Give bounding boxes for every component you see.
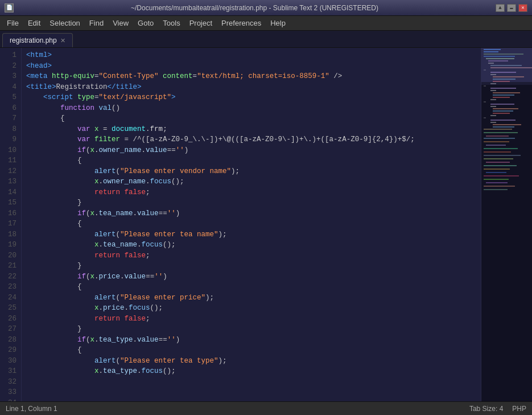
- code-line-11: if(x.owner_name.value==''): [26, 145, 476, 156]
- line-number: 7: [2, 113, 17, 124]
- svg-rect-43: [484, 155, 521, 156]
- minimize-button[interactable]: ▲: [496, 4, 505, 12]
- line-number: 24: [2, 293, 17, 303]
- line-number: 13: [2, 176, 17, 187]
- menu-project[interactable]: Project: [185, 17, 217, 29]
- line-number: 10: [2, 145, 17, 156]
- menu-preferences[interactable]: Preferences: [217, 17, 266, 29]
- svg-rect-40: [486, 145, 506, 146]
- menu-file[interactable]: File: [2, 17, 23, 29]
- line-number: 20: [2, 250, 17, 261]
- app-icon: 📄: [5, 3, 14, 13]
- svg-rect-48: [486, 172, 506, 173]
- tab-label: registration.php: [10, 36, 57, 44]
- line-number: 12: [2, 166, 17, 177]
- line-number: 26: [2, 314, 17, 324]
- line-number: 32: [2, 377, 17, 388]
- window-controls[interactable]: ▲ ▬ ✕: [496, 4, 527, 12]
- svg-rect-49: [484, 175, 519, 176]
- line-number: 15: [2, 198, 17, 208]
- editor-container: 1 2 3 4 5 6 7 8 9 10 11 12 13 14 15 16 1…: [0, 48, 532, 401]
- svg-rect-32: [490, 122, 496, 123]
- menu-find[interactable]: Find: [85, 17, 108, 29]
- menu-goto[interactable]: Goto: [133, 17, 158, 29]
- line-number: 22: [2, 272, 17, 282]
- code-line-9: var filter = /^([a-zA-Z0-9_\.\-])+\@(([a…: [26, 134, 476, 145]
- code-line-28: x.price.focus();: [26, 303, 476, 314]
- menu-tools[interactable]: Tools: [158, 17, 184, 29]
- code-line-25: if(x.price.value==''): [26, 272, 476, 282]
- svg-rect-27: [493, 110, 513, 112]
- line-number: 19: [2, 240, 17, 250]
- svg-rect-45: [486, 162, 510, 163]
- code-line-30: }: [26, 324, 476, 335]
- line-number: 1: [2, 50, 17, 61]
- svg-rect-38: [484, 138, 515, 139]
- svg-rect-53: [484, 189, 508, 190]
- line-number: 33: [2, 387, 17, 398]
- title-bar: 📄 ~/Documents/mumbaiteatrail/registratio…: [0, 0, 532, 16]
- line-number: 5: [2, 92, 17, 103]
- code-line-5: <script type="text/javascript">: [26, 92, 476, 103]
- line-number: 4: [2, 82, 17, 93]
- svg-rect-21: [493, 97, 510, 98]
- svg-rect-18: [490, 90, 496, 91]
- code-line-4: <title>Registration</title>: [26, 82, 476, 93]
- svg-rect-46: [484, 165, 517, 166]
- line-number: 18: [2, 229, 17, 240]
- code-line-29: return false;: [26, 314, 476, 324]
- svg-rect-24: [490, 104, 514, 105]
- line-number: 3: [2, 71, 17, 82]
- svg-rect-54: [481, 48, 532, 85]
- line-number: 27: [2, 324, 17, 335]
- menu-bar: File Edit Selection Find View Goto Tools…: [0, 16, 532, 31]
- line-number: 16: [2, 208, 17, 219]
- code-line-20: alert("Please enter tea name");: [26, 229, 476, 240]
- status-bar: Line 1, Column 1 Tab Size: 4 PHP: [0, 401, 532, 415]
- line-number: 28: [2, 335, 17, 346]
- menu-selection[interactable]: Selection: [45, 17, 84, 29]
- svg-rect-28: [493, 113, 510, 114]
- code-line-2: <head>: [26, 61, 476, 72]
- svg-rect-34: [493, 126, 514, 128]
- line-number: 31: [2, 366, 17, 377]
- code-editor[interactable]: <html> <head> <meta http-equiv="Content-…: [22, 48, 481, 401]
- svg-rect-19: [493, 92, 520, 93]
- tab-size: Tab Size: 4: [469, 405, 503, 413]
- code-line-16: }: [26, 198, 476, 208]
- cursor-position: Line 1, Column 1: [6, 405, 57, 413]
- line-number: 9: [2, 134, 17, 145]
- minimap[interactable]: [481, 48, 532, 401]
- code-line-26: {: [26, 282, 476, 293]
- svg-rect-42: [484, 151, 511, 153]
- svg-rect-41: [484, 148, 518, 149]
- svg-rect-51: [486, 182, 508, 183]
- menu-help[interactable]: Help: [266, 17, 290, 29]
- svg-rect-50: [484, 179, 509, 180]
- maximize-button[interactable]: ▬: [507, 4, 516, 12]
- menu-edit[interactable]: Edit: [23, 17, 45, 29]
- line-number: 21: [2, 261, 17, 272]
- tab-registration-php[interactable]: registration.php ✕: [2, 33, 73, 47]
- code-line-1: <html>: [26, 50, 476, 61]
- code-line-21: x.tea_name.focus();: [26, 240, 476, 250]
- code-line-12: {: [26, 155, 476, 166]
- code-line-15: return false;: [26, 187, 476, 198]
- svg-rect-17: [490, 88, 516, 89]
- code-line-27: alert("Please enter price");: [26, 293, 476, 303]
- window-title: ~/Documents/mumbaiteatrail/registration.…: [14, 4, 496, 12]
- line-number: 30: [2, 356, 17, 367]
- line-number: 8: [2, 124, 17, 135]
- code-line-23: }: [26, 261, 476, 272]
- svg-rect-36: [484, 132, 518, 133]
- code-line-33: {: [26, 345, 476, 356]
- tab-close-button[interactable]: ✕: [60, 37, 65, 44]
- code-line-8: var x = document.frm;: [26, 124, 476, 135]
- line-number: 14: [2, 187, 17, 198]
- line-number: 2: [2, 61, 17, 72]
- close-button[interactable]: ✕: [518, 4, 527, 12]
- code-line-6: function val(): [26, 103, 476, 114]
- code-line-34: alert("Please enter tea type");: [26, 356, 476, 367]
- line-number: 6: [2, 103, 17, 114]
- menu-view[interactable]: View: [108, 17, 133, 29]
